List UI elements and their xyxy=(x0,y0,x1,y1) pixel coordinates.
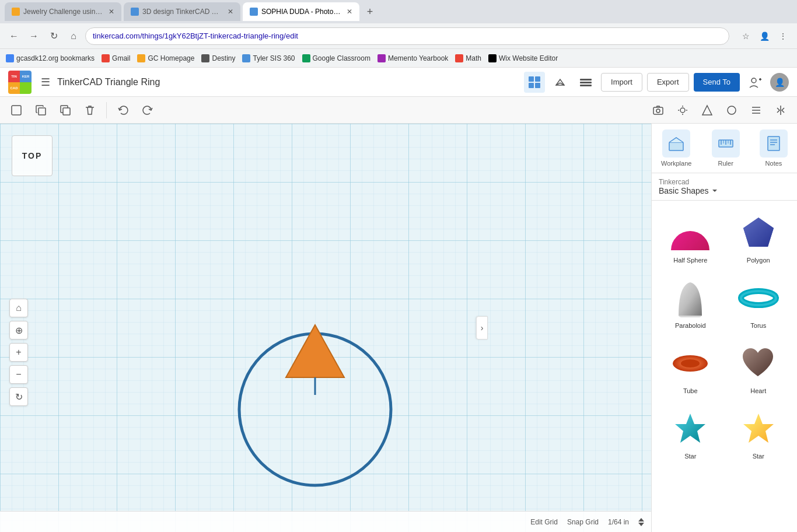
tab-1-label: Jewelry Challenge using T... xyxy=(23,8,103,16)
bookmark-star-icon[interactable]: ☆ xyxy=(737,28,754,44)
shape-item-polygon[interactable]: Polygon xyxy=(727,208,791,268)
browser-nav: ← → ↻ ⌂ tinkercad.com/things/1gkY62BtjZT… xyxy=(0,23,797,49)
rotate-view-button[interactable]: ↻ xyxy=(9,387,28,406)
new-tab-button[interactable]: + xyxy=(362,4,378,20)
browser-chrome: Jewelry Challenge using T... ✕ 3D design… xyxy=(0,0,797,68)
forward-button[interactable]: → xyxy=(26,28,42,44)
light-button[interactable] xyxy=(672,100,693,121)
delete-button[interactable] xyxy=(79,100,100,121)
svg-rect-1 xyxy=(535,76,540,82)
svg-rect-5 xyxy=(580,82,592,83)
bookmark-memento[interactable]: Memento Yearbook xyxy=(377,54,448,62)
notes-label: Notes xyxy=(765,160,782,167)
heart-icon xyxy=(738,343,779,384)
redo-button[interactable] xyxy=(137,100,158,121)
tabs-bar: Jewelry Challenge using T... ✕ 3D design… xyxy=(0,0,797,23)
zoom-out-button[interactable]: − xyxy=(9,365,28,384)
fit-view-button[interactable]: ⊕ xyxy=(9,321,28,340)
refresh-button[interactable]: ↻ xyxy=(46,28,62,44)
tinkercad-logo[interactable]: TIN KER CAD xyxy=(8,71,32,94)
view-tools xyxy=(648,100,791,121)
bookmark-destiny[interactable]: Destiny xyxy=(201,54,235,62)
svg-rect-6 xyxy=(580,85,592,86)
polygon-label: Polygon xyxy=(747,257,770,264)
main-area: TOP ⌂ ⊕ + − ↻ › Edit Grid Snap Grid 1/64… xyxy=(0,124,797,532)
undo-button[interactable] xyxy=(113,100,134,121)
tab-1-favicon xyxy=(12,8,20,16)
star-yellow-icon xyxy=(738,408,779,449)
shape-item-torus[interactable]: Torus xyxy=(727,273,791,334)
bookmark-tyler-sis[interactable]: Tyler SIS 360 xyxy=(242,54,295,62)
logo-br xyxy=(20,82,32,94)
shape-item-tube[interactable]: Tube xyxy=(659,338,722,399)
svg-marker-49 xyxy=(675,414,705,443)
settings-button[interactable] xyxy=(575,72,596,93)
tube-label: Tube xyxy=(683,387,698,394)
half-sphere-label: Half Sphere xyxy=(673,257,707,264)
profile-icon[interactable]: 👤 xyxy=(756,28,772,44)
grid-view-button[interactable] xyxy=(524,72,545,93)
right-panel-tools: Workplane Ruler xyxy=(652,124,797,173)
bookmark-gmail[interactable]: Gmail xyxy=(102,54,130,62)
home-view-button[interactable]: ⌂ xyxy=(9,299,28,317)
snap-arrows[interactable] xyxy=(638,518,644,526)
edit-grid-label[interactable]: Edit Grid xyxy=(530,518,558,526)
chrome-menu-icon[interactable]: ⋮ xyxy=(775,28,791,44)
svg-rect-38 xyxy=(768,136,779,150)
back-button[interactable]: ← xyxy=(6,28,22,44)
tab-2[interactable]: 3D design TinkerCAD Triangle R... ✕ xyxy=(124,2,240,21)
svg-rect-13 xyxy=(63,108,70,115)
shape-tool-button[interactable] xyxy=(697,100,718,121)
copy-button[interactable] xyxy=(30,100,51,121)
align-button[interactable] xyxy=(746,100,767,121)
logo-cad: CAD xyxy=(8,82,20,94)
tab-3-close[interactable]: ✕ xyxy=(347,8,352,16)
shapes-title-dropdown[interactable]: Basic Shapes xyxy=(659,186,718,195)
tab-2-label: 3D design TinkerCAD Triangle R... xyxy=(142,8,222,16)
star-teal-icon xyxy=(670,408,711,449)
export-button[interactable]: Export xyxy=(647,73,689,92)
home-button[interactable]: ⌂ xyxy=(65,28,82,44)
ruler-tool[interactable]: Ruler xyxy=(712,130,740,167)
hamburger-menu-icon[interactable]: ☰ xyxy=(41,76,50,89)
3d-view-button[interactable] xyxy=(550,72,571,93)
duplicate-button[interactable] xyxy=(55,100,76,121)
logo-ker: KER xyxy=(20,71,32,82)
send-to-button[interactable]: Send To xyxy=(694,73,740,92)
notes-tool[interactable]: Notes xyxy=(760,130,788,167)
svg-point-15 xyxy=(656,109,660,113)
bookmark-wix[interactable]: Wix Website Editor xyxy=(488,54,558,62)
tab-2-close[interactable]: ✕ xyxy=(228,8,233,16)
mirror-button[interactable] xyxy=(770,100,791,121)
shape-item-star-yellow[interactable]: Star xyxy=(727,404,791,464)
new-shape-button[interactable] xyxy=(6,100,27,121)
bookmark-google-classroom[interactable]: Google Classroom xyxy=(302,54,370,62)
circle-tool-button[interactable] xyxy=(721,100,742,121)
tab-1[interactable]: Jewelry Challenge using T... ✕ xyxy=(5,2,121,21)
tab-3[interactable]: SOPHIA DUDA - Photo Docume... ✕ xyxy=(243,2,359,21)
workplane-tool[interactable]: Workplane xyxy=(661,130,691,167)
logo-tin: TIN xyxy=(8,71,20,82)
shape-item-paraboloid[interactable]: Paraboloid xyxy=(659,273,722,334)
import-button[interactable]: Import xyxy=(601,73,642,92)
nav-icons: ☆ 👤 ⋮ xyxy=(737,28,791,44)
shape-item-star-teal[interactable]: Star xyxy=(659,404,722,464)
right-panel-toggle[interactable]: › xyxy=(476,316,488,340)
toolbar-separator-1 xyxy=(106,102,107,118)
shape-item-half-sphere[interactable]: Half Sphere xyxy=(659,208,722,268)
canvas-area[interactable]: TOP ⌂ ⊕ + − ↻ › Edit Grid Snap Grid 1/64… xyxy=(0,124,651,532)
user-avatar[interactable]: 👤 xyxy=(770,73,789,92)
tab-2-favicon xyxy=(131,8,139,16)
bookmark-math[interactable]: Math xyxy=(455,54,481,62)
svg-rect-0 xyxy=(529,76,534,82)
star-yellow-label: Star xyxy=(753,453,764,460)
address-bar[interactable]: tinkercad.com/things/1gkY62BtjZT-tinkerc… xyxy=(85,27,729,45)
bookmark-gcasdk[interactable]: gcasdk12.org bookmarks xyxy=(6,54,95,62)
add-user-button[interactable] xyxy=(744,72,765,93)
svg-rect-11 xyxy=(39,108,46,115)
bookmark-gc-homepage[interactable]: GC Homepage xyxy=(137,54,194,62)
tab-1-close[interactable]: ✕ xyxy=(109,8,114,16)
camera-view-button[interactable] xyxy=(648,100,669,121)
shape-item-heart[interactable]: Heart xyxy=(727,338,791,399)
zoom-in-button[interactable]: + xyxy=(9,343,28,362)
